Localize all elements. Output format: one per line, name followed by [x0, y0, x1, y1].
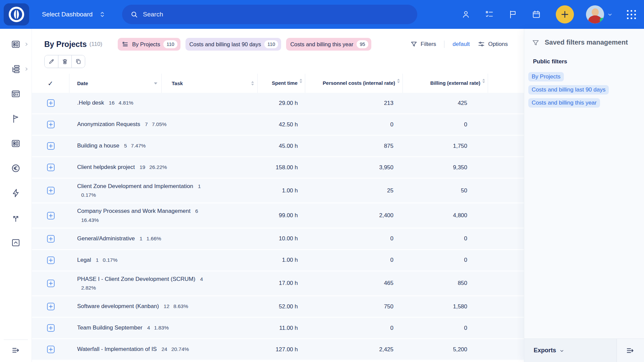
expand-row-button[interactable] — [47, 324, 55, 332]
delete-button[interactable] — [58, 55, 71, 68]
contacts-icon[interactable] — [461, 10, 471, 19]
expand-row-button[interactable] — [47, 256, 55, 264]
sort-icon[interactable] — [397, 79, 400, 83]
sidebar-item-boards[interactable] — [0, 81, 32, 106]
project-name[interactable]: Team Building September — [77, 324, 143, 331]
edit-button[interactable] — [45, 55, 58, 68]
project-name[interactable]: Legal — [77, 257, 91, 263]
chip-by-projects[interactable]: By Projects 110 — [118, 38, 180, 51]
project-name-cell[interactable]: Building a house57.47% — [69, 141, 258, 150]
sidebar-item-dashboards[interactable] — [0, 32, 32, 57]
column-header-personnel-costs[interactable]: Personnel costs (internal rate) — [305, 74, 403, 93]
table-row[interactable]: Team Building September41.83% 11.00 h 0 … — [32, 318, 524, 339]
add-new-button[interactable] — [556, 5, 574, 23]
expand-row-button[interactable] — [47, 346, 55, 353]
sort-icon[interactable] — [482, 79, 485, 83]
table-row[interactable]: Client Zone Development and Implementati… — [32, 179, 524, 203]
project-name-cell[interactable]: Waterfall - Implementation of IS2420.74% — [69, 345, 258, 354]
sidebar-item-workflow[interactable] — [0, 205, 32, 230]
column-header-date[interactable]: Date — [69, 74, 162, 93]
search-input[interactable] — [143, 11, 417, 18]
table-row[interactable]: Software development (Kanban)128.63% 52.… — [32, 296, 524, 318]
sort-icon[interactable] — [300, 79, 302, 83]
chevron-down-icon[interactable] — [607, 12, 613, 17]
expand-row-button[interactable] — [47, 121, 55, 128]
sidebar-item-automations[interactable] — [0, 181, 32, 205]
project-name[interactable]: Waterfall - Implementation of IS — [77, 346, 157, 352]
expand-row-button[interactable] — [47, 212, 55, 220]
dropdown-arrow-icon[interactable] — [154, 82, 157, 84]
column-header-spent-time[interactable]: Spent time — [258, 74, 305, 93]
table-row[interactable]: Company Processes and Work Management616… — [32, 203, 524, 228]
project-name-cell[interactable]: Anonymization Requests77.05% — [69, 120, 258, 129]
project-name-cell[interactable]: .Help desk164.81% — [69, 99, 258, 107]
project-name-cell[interactable]: Legal10.17% — [69, 256, 258, 264]
project-name[interactable]: Client Zone Development and Implementati… — [77, 183, 193, 189]
table-row[interactable]: Anonymization Requests77.05% 42.50 h 0 0 — [32, 114, 524, 136]
project-name[interactable]: PHASE I - Client Zone Development (SCRUM… — [77, 276, 195, 282]
default-filter-link[interactable]: default — [452, 41, 470, 48]
search-bar[interactable] — [122, 5, 417, 24]
project-name-cell[interactable]: Client helpdesk project1926.22% — [69, 163, 258, 172]
tasks-checklist-icon[interactable] — [485, 10, 494, 19]
sidebar-item-finance[interactable] — [0, 156, 32, 181]
duplicate-button[interactable] — [71, 55, 85, 68]
expand-row-button[interactable] — [47, 235, 55, 243]
table-row[interactable]: Waterfall - Implementation of IS2420.74%… — [32, 339, 524, 361]
project-name-cell[interactable]: PHASE I - Client Zone Development (SCRUM… — [69, 275, 258, 292]
chip-costs-90-days[interactable]: Costs and billing last 90 days 110 — [185, 38, 281, 51]
dashboard-selector[interactable]: Select Dashboard — [42, 11, 106, 18]
table-row[interactable]: PHASE I - Client Zone Development (SCRUM… — [32, 272, 524, 296]
saved-filter-link-costs-90-days[interactable]: Costs and billing last 90 days — [528, 85, 609, 95]
expand-row-button[interactable] — [47, 303, 55, 310]
project-name[interactable]: Anonymization Requests — [77, 121, 140, 127]
select-all-checkbox[interactable]: ✓ — [32, 74, 69, 93]
expand-row-button[interactable] — [47, 187, 55, 194]
apps-grid-icon[interactable] — [627, 10, 636, 19]
sidebar-item-milestones[interactable] — [0, 106, 32, 131]
avatar[interactable] — [586, 5, 604, 23]
project-name[interactable]: Company Processes and Work Management — [77, 208, 191, 214]
chevron-right-icon[interactable] — [24, 67, 29, 71]
expand-row-button[interactable] — [47, 142, 55, 150]
panel-footer: Exports — [524, 339, 644, 362]
project-name-cell[interactable]: Software development (Kanban)128.63% — [69, 302, 258, 311]
table-row[interactable]: Building a house57.47% 45.00 h 875 1,750 — [32, 136, 524, 157]
saved-filter-link-costs-this-year[interactable]: Costs and billing this year — [528, 98, 600, 108]
table-row[interactable]: Client helpdesk project1926.22% 158.00 h… — [32, 157, 524, 179]
expand-row-button[interactable] — [47, 280, 55, 287]
project-name[interactable]: General/Administrative — [77, 235, 135, 242]
project-name[interactable]: Building a house — [77, 142, 119, 149]
sort-icon[interactable] — [251, 81, 254, 85]
project-name-cell[interactable]: Company Processes and Work Management616… — [69, 207, 258, 224]
sidebar-item-export[interactable] — [0, 230, 32, 255]
project-name-cell[interactable]: Team Building September41.83% — [69, 323, 258, 332]
exports-button[interactable]: Exports — [524, 339, 616, 362]
chip-costs-this-year[interactable]: Costs and billing this year 95 — [286, 38, 371, 51]
project-name[interactable]: .Help desk — [77, 100, 104, 106]
project-name[interactable]: Client helpdesk project — [77, 164, 135, 170]
chevron-right-icon[interactable] — [24, 42, 29, 47]
user-menu[interactable] — [586, 5, 613, 23]
column-header-billing[interactable]: Billing (external rate) — [403, 74, 488, 93]
expand-row-button[interactable] — [47, 164, 55, 171]
flag-icon[interactable] — [508, 10, 518, 19]
project-name-cell[interactable]: General/Administrative11.66% — [69, 234, 258, 243]
options-button[interactable]: Options — [478, 41, 508, 48]
table-row[interactable]: General/Administrative11.66% 10.00 h 0 0 — [32, 229, 524, 250]
table-row[interactable]: .Help desk164.81% 29.00 h 213 425 — [32, 93, 524, 114]
expand-row-button[interactable] — [47, 99, 55, 107]
task-percent: 7.47% — [131, 143, 146, 148]
table-row[interactable]: Legal10.17% 1.00 h 0 0 — [32, 250, 524, 272]
project-name[interactable]: Software development (Kanban) — [77, 303, 159, 309]
app-logo[interactable] — [4, 3, 29, 25]
collapse-panel-button[interactable] — [616, 339, 644, 362]
project-name-cell[interactable]: Client Zone Development and Implementati… — [69, 182, 258, 199]
sidebar-item-structure[interactable] — [0, 57, 32, 81]
sidebar-expand-button[interactable] — [0, 342, 32, 359]
sidebar-item-reports[interactable] — [0, 131, 32, 156]
saved-filter-link-by-projects[interactable]: By Projects — [528, 72, 564, 81]
filters-button[interactable]: Filters — [410, 41, 436, 48]
column-header-task[interactable]: Task — [162, 74, 258, 93]
calendar-icon[interactable] — [532, 10, 541, 19]
